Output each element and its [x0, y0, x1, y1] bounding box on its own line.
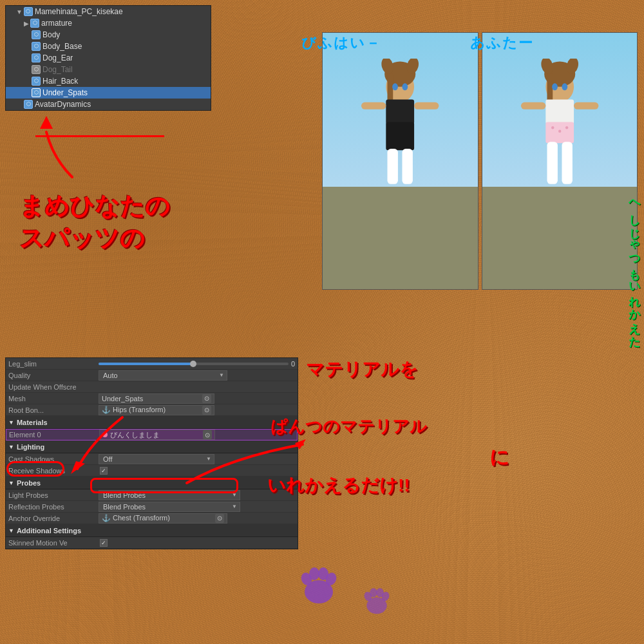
lightprobes-dropdown[interactable]: Blend Probes: [99, 490, 240, 500]
inspector-row-mesh: Mesh Under_Spats ⊙: [6, 393, 298, 404]
hierarchy-item[interactable]: ⬡ Body_Base: [6, 41, 211, 52]
inspector-row-element0: Element 0 ぴんくしましま ⊙: [6, 429, 298, 440]
hierarchy-item[interactable]: ▼ ⬡ Mamehinata_PC_kisekae: [6, 6, 211, 17]
ground-bg: [482, 187, 638, 289]
object-icon: ⬡: [32, 88, 41, 97]
quality-dropdown[interactable]: Auto: [99, 370, 227, 381]
svg-rect-11: [402, 149, 413, 184]
inspector-row-quality: Quality Auto: [6, 370, 298, 381]
svg-rect-12: [361, 102, 386, 109]
section-header-probes: ▼ Probes: [6, 477, 298, 489]
skinnedmotion-value: [99, 538, 295, 547]
castshadows-dropdown[interactable]: Off: [99, 454, 214, 464]
field-label: Mesh: [8, 395, 99, 402]
svg-rect-10: [388, 149, 398, 184]
field-label: Update When Offscre: [8, 383, 99, 391]
inspector-row-receiveshadows: Receive Shadows: [6, 465, 298, 477]
svg-rect-21: [545, 99, 574, 124]
preview-area: [322, 32, 638, 290]
gear-icon[interactable]: ⊙: [202, 394, 211, 403]
object-icon: ⬡: [32, 53, 41, 62]
character-dark: [338, 59, 462, 200]
mesh-field[interactable]: Under_Spats ⊙: [99, 393, 214, 404]
quality-value: Auto: [103, 372, 118, 379]
anchor-field[interactable]: ⚓ Chest (Transform) ⊙: [99, 513, 227, 524]
hierarchy-item-label: Hair_Back: [43, 77, 78, 86]
object-icon: ⬡: [24, 100, 33, 109]
gear-icon[interactable]: ⊙: [202, 406, 211, 415]
section-label: Materials: [17, 419, 48, 426]
inspector-row-legslim: Leg_slim 0: [6, 358, 298, 370]
receive-shadows-value: [99, 466, 295, 475]
object-icon: ⬡: [30, 19, 39, 28]
object-icon: ⬡: [32, 30, 41, 39]
gear-icon[interactable]: ⊙: [203, 430, 212, 439]
mesh-value: Under_Spats: [102, 395, 143, 402]
svg-marker-0: [40, 116, 53, 129]
hierarchy-item-selected[interactable]: ⬡ Under_Spats: [6, 87, 211, 99]
svg-rect-28: [521, 102, 545, 109]
before-preview: [322, 32, 478, 290]
inspector-panel: Leg_slim 0 Quality Auto Update When Offs…: [5, 357, 298, 549]
field-label: Skinned Motion Ve: [8, 539, 99, 547]
hierarchy-item-label: Dog_Ear: [43, 53, 73, 62]
collapse-triangle: ▼: [8, 527, 14, 534]
rootbone-field[interactable]: ⚓ Hips (Transform) ⊙: [99, 405, 214, 415]
inspector-row-anchoroverride: Anchor Override ⚓ Chest (Transform) ⊙: [6, 513, 298, 524]
hierarchy-item[interactable]: ⬡ Body: [6, 29, 211, 41]
after-preview: [482, 32, 638, 290]
field-label: Reflection Probes: [8, 503, 99, 511]
svg-rect-26: [547, 142, 557, 184]
svg-point-20: [562, 83, 567, 90]
hierarchy-item[interactable]: ▶ ⬡ armature: [6, 17, 211, 29]
hierarchy-item-label: Body_Base: [43, 42, 82, 51]
inspector-row-rootbone: Root Bon... ⚓ Hips (Transform) ⊙: [6, 404, 298, 416]
inspector-row-castshadows: Cast Shadows Off: [6, 453, 298, 465]
material-field[interactable]: ぴんくしましま ⊙: [99, 430, 215, 440]
checkbox-skinnedmotion[interactable]: [100, 539, 108, 547]
object-icon: ⬡: [32, 65, 41, 74]
svg-point-25: [565, 126, 567, 129]
section-label: Additional Settings: [17, 527, 81, 535]
red-arrow-annotation: [33, 106, 85, 186]
reflectionprobes-dropdown[interactable]: Blend Probes: [99, 502, 240, 512]
ground-bg: [323, 187, 478, 289]
hierarchy-item-label: AvatarDynamics: [35, 100, 91, 109]
field-label: Anchor Override: [8, 515, 99, 522]
hierarchy-item[interactable]: ⬡ Dog_Tail: [6, 64, 211, 75]
field-label: Root Bon...: [8, 406, 99, 414]
collapse-triangle: ▼: [8, 444, 14, 450]
section-header-materials: ▼ Materials: [6, 416, 298, 429]
character-light: [498, 59, 621, 200]
hierarchy-item[interactable]: ⬡ AvatarDynamics: [6, 99, 211, 110]
field-label: Element 0: [9, 431, 99, 439]
collapse-arrow: ▶: [24, 20, 29, 27]
svg-point-19: [552, 83, 558, 90]
collapse-arrow: ▼: [16, 8, 23, 15]
svg-point-39: [370, 588, 377, 597]
red-underline-decoration: [35, 135, 164, 137]
material-value: ぴんくしましま: [110, 430, 160, 440]
field-label: Receive Shadows: [8, 467, 99, 475]
slider-value: 0: [291, 360, 295, 368]
hierarchy-item[interactable]: ⬡ Dog_Ear: [6, 52, 211, 64]
rootbone-value: ⚓ Hips (Transform): [102, 406, 166, 414]
svg-point-23: [551, 126, 554, 129]
anchor-value: ⚓ Chest (Transform): [102, 514, 170, 522]
hierarchy-item-label: Body: [43, 30, 60, 39]
field-label: Leg_slim: [8, 360, 99, 368]
object-icon: ⬡: [24, 7, 33, 16]
reflectionprobes-value: Blend Probes: [103, 503, 146, 511]
main-text-line1: まめひなたの: [19, 190, 170, 223]
svg-rect-29: [574, 102, 598, 109]
checkbox-receiveshadows[interactable]: [100, 467, 108, 475]
section-label: Probes: [17, 479, 41, 487]
gear-icon[interactable]: ⊙: [215, 514, 224, 523]
svg-point-7: [402, 83, 408, 90]
svg-point-6: [392, 83, 398, 90]
section-label: Lighting: [17, 443, 44, 451]
hierarchy-item[interactable]: ⬡ Hair_Back: [6, 75, 211, 87]
inspector-row-reflectionprobes: Reflection Probes Blend Probes: [6, 501, 298, 513]
material-dot: [102, 432, 108, 437]
material-text-line1: マテリアルを: [306, 357, 418, 382]
